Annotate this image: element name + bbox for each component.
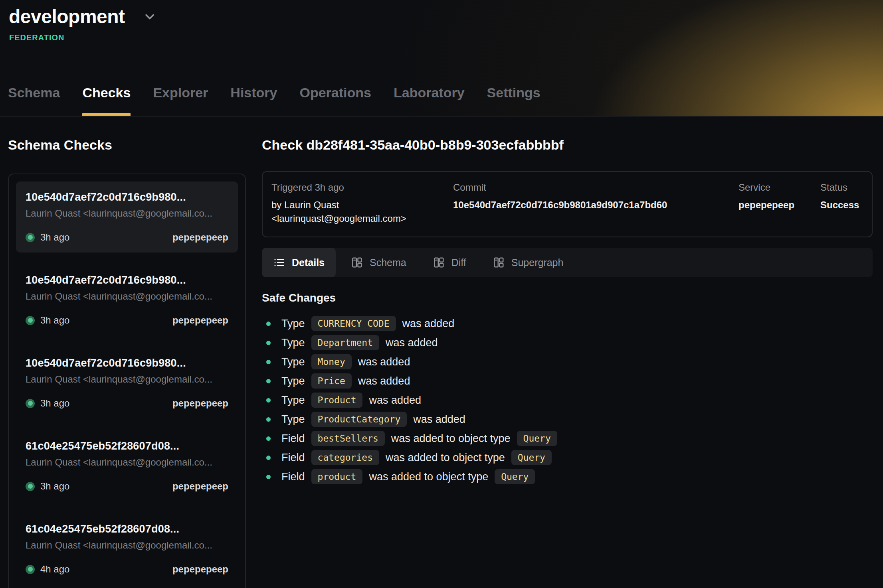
success-dot-icon	[26, 316, 35, 325]
success-dot-icon	[26, 482, 35, 491]
check-detail-panel: Check db28f481-35aa-40b0-b8b9-303ecfabbb…	[262, 137, 873, 486]
check-id: 10e540d7aef72c0d716c9b980...	[26, 357, 228, 369]
checks-list: 10e540d7aef72c0d716c9b980... Laurin Quas…	[8, 174, 246, 588]
project-switcher[interactable]: development	[9, 6, 883, 28]
check-list-item[interactable]: 10e540d7aef72c0d716c9b980... Laurin Quas…	[16, 347, 238, 418]
check-time-wrap: 3h ago	[26, 232, 69, 243]
check-meta-row: 3h ago pepepepeep	[26, 481, 228, 492]
nav-tab[interactable]: Schema	[8, 85, 60, 116]
check-time: 3h ago	[40, 232, 69, 243]
check-time-wrap: 3h ago	[26, 315, 69, 326]
change-kind: Type	[281, 356, 305, 368]
change-row: Type Department was added	[262, 333, 873, 352]
service-label: Service	[738, 181, 820, 194]
check-time: 3h ago	[40, 315, 69, 326]
bullet-icon	[266, 360, 271, 364]
check-meta-row: 4h ago pepepepeep	[26, 564, 228, 575]
bullet-icon	[266, 417, 271, 422]
change-kind: Type	[281, 413, 305, 426]
change-kind: Field	[281, 471, 305, 483]
check-meta-row: 3h ago pepepepeep	[26, 232, 228, 243]
change-name-chip: Price	[311, 373, 352, 389]
nav-tab[interactable]: Explorer	[153, 85, 208, 116]
nav-tab[interactable]: Checks	[82, 85, 131, 116]
safe-changes-title: Safe Changes	[262, 292, 873, 304]
check-time: 3h ago	[40, 481, 69, 492]
check-service: pepepepeep	[172, 481, 228, 492]
check-detail-title: Check db28f481-35aa-40b0-b8b9-303ecfabbb…	[262, 137, 873, 153]
change-suffix: was added	[386, 337, 438, 349]
nav-tab[interactable]: History	[230, 85, 277, 116]
change-suffix: was added to object type	[386, 452, 505, 464]
change-suffix: was added to object type	[369, 471, 488, 483]
check-service: pepepepeep	[172, 564, 228, 575]
triggered-by: by Laurin Quast	[271, 198, 453, 212]
meta-col-status: Status Success	[820, 181, 863, 225]
change-name-chip: CURRENCY_CODE	[311, 316, 396, 331]
check-service: pepepepeep	[172, 315, 228, 326]
check-time: 3h ago	[40, 398, 69, 409]
change-target-chip: Query	[495, 469, 535, 484]
view-tab[interactable]: Diff	[422, 248, 477, 277]
change-name-chip: bestSellers	[311, 431, 385, 446]
check-view-tabs: Details Schema Diff Supergrap	[262, 248, 873, 277]
project-type-badge: FEDERATION	[9, 33, 883, 42]
change-suffix: was added	[358, 356, 410, 368]
bullet-icon	[266, 341, 271, 345]
nav-tab[interactable]: Operations	[299, 85, 371, 116]
check-id: 10e540d7aef72c0d716c9b980...	[26, 274, 228, 286]
check-author: Laurin Quast <laurinquast@googlemail.co.…	[26, 374, 228, 385]
change-name-chip: Money	[311, 354, 352, 369]
page-header: development FEDERATION Schema Checks Exp…	[0, 0, 883, 116]
view-tab[interactable]: Details	[262, 248, 336, 277]
check-meta-row: 3h ago pepepepeep	[26, 398, 228, 409]
change-row: Field product was added to object type Q…	[262, 467, 873, 486]
check-id: 61c04e25475eb52f28607d08...	[26, 440, 228, 452]
change-kind: Type	[281, 394, 305, 406]
status-label: Status	[820, 181, 863, 194]
chevron-down-icon[interactable]	[143, 10, 157, 24]
change-row: Field categories was added to object typ…	[262, 448, 873, 467]
change-row: Type Product was added	[262, 391, 873, 410]
change-row: Type ProductCategory was added	[262, 410, 873, 429]
schema-checks-sidebar: Schema Checks 10e540d7aef72c0d716c9b980.…	[8, 137, 246, 588]
change-name-chip: categories	[311, 450, 379, 465]
project-name: development	[9, 6, 125, 28]
meta-col-commit: Commit 10e540d7aef72c0d716c9b9801a9d907c…	[453, 181, 738, 225]
columns-layout-icon	[433, 257, 445, 268]
check-list-item[interactable]: 61c04e25475eb52f28607d08... Laurin Quast…	[16, 513, 238, 584]
check-author: Laurin Quast <laurinquast@googlemail.co.…	[26, 291, 228, 302]
change-kind: Type	[281, 337, 305, 349]
safe-changes-list: Type CURRENCY_CODE was added Type Depart…	[262, 314, 873, 486]
change-kind: Type	[281, 318, 305, 330]
success-dot-icon	[26, 565, 35, 574]
change-target-chip: Query	[511, 450, 552, 465]
main-area: Schema Checks 10e540d7aef72c0d716c9b980.…	[0, 116, 883, 588]
check-time: 4h ago	[40, 564, 69, 575]
status-value: Success	[820, 198, 863, 212]
change-row: Type CURRENCY_CODE was added	[262, 314, 873, 333]
check-list-item[interactable]: 10e540d7aef72c0d716c9b980... Laurin Quas…	[16, 264, 238, 335]
meta-col-triggered: Triggered 3h ago by Laurin Quast <laurin…	[271, 181, 453, 225]
change-target-chip: Query	[517, 431, 557, 446]
bullet-icon	[266, 436, 271, 441]
change-suffix: was added	[369, 394, 421, 406]
check-time-wrap: 3h ago	[26, 481, 69, 492]
view-tab[interactable]: Schema	[340, 248, 418, 277]
view-tab[interactable]: Supergraph	[481, 248, 575, 277]
check-list-item[interactable]: 61c04e25475eb52f28607d08... Laurin Quast…	[16, 430, 238, 501]
bullet-icon	[266, 322, 271, 326]
list-icon	[273, 257, 285, 268]
nav-tab[interactable]: Settings	[487, 85, 540, 116]
check-id: 10e540d7aef72c0d716c9b980...	[26, 191, 228, 203]
view-tab-label: Diff	[451, 257, 466, 268]
meta-col-service: Service pepepepeep	[738, 181, 820, 225]
triggered-label: Triggered 3h ago	[271, 181, 453, 194]
check-author: Laurin Quast <laurinquast@googlemail.co.…	[26, 208, 228, 219]
change-suffix: was added to object type	[391, 432, 511, 445]
check-time-wrap: 4h ago	[26, 564, 69, 575]
change-suffix: was added	[358, 375, 410, 387]
check-list-item[interactable]: 10e540d7aef72c0d716c9b980... Laurin Quas…	[16, 182, 238, 253]
nav-tab[interactable]: Laboratory	[394, 85, 465, 116]
check-time-wrap: 3h ago	[26, 398, 69, 409]
